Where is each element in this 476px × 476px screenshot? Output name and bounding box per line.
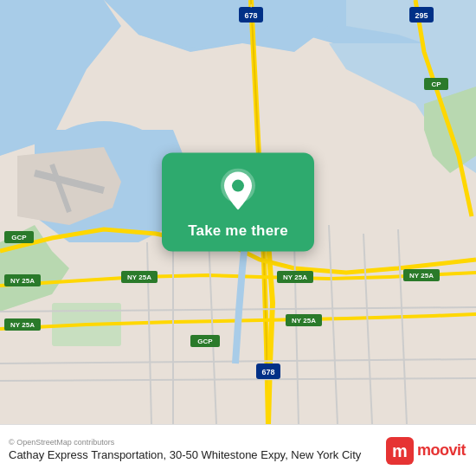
svg-text:678: 678 <box>244 11 257 20</box>
map-view[interactable]: 678 I 295 NY 25A NY 25A NY 25 <box>0 0 476 424</box>
moovit-logo: m moovit <box>386 437 466 465</box>
svg-text:GCP: GCP <box>11 234 27 241</box>
svg-text:NY 25A: NY 25A <box>292 317 316 325</box>
location-pin-icon <box>215 169 261 214</box>
svg-text:295: 295 <box>415 11 428 20</box>
map-attribution: © OpenStreetMap contributors <box>9 438 379 447</box>
svg-text:NY 25A: NY 25A <box>409 272 434 280</box>
bottom-info-bar: © OpenStreetMap contributors Cathay Expr… <box>0 424 476 476</box>
svg-point-42 <box>232 180 244 192</box>
svg-text:678: 678 <box>261 368 274 376</box>
action-card: Take me there <box>162 153 314 252</box>
svg-text:GCP: GCP <box>197 338 213 345</box>
svg-text:CP: CP <box>431 80 441 88</box>
svg-text:m: m <box>392 441 408 460</box>
svg-text:NY 25A: NY 25A <box>283 273 307 281</box>
svg-text:NY 25A: NY 25A <box>10 321 35 329</box>
svg-text:NY 25A: NY 25A <box>10 277 35 285</box>
svg-text:NY 25A: NY 25A <box>127 273 151 281</box>
moovit-m-icon: m <box>386 437 414 465</box>
moovit-brand-text: moovit <box>417 441 466 460</box>
action-overlay: Take me there <box>162 153 314 252</box>
location-name: Cathay Express Transportation, 30-50 Whi… <box>9 448 379 463</box>
take-me-there-button[interactable]: Take me there <box>188 222 288 240</box>
location-info: © OpenStreetMap contributors Cathay Expr… <box>9 438 379 463</box>
